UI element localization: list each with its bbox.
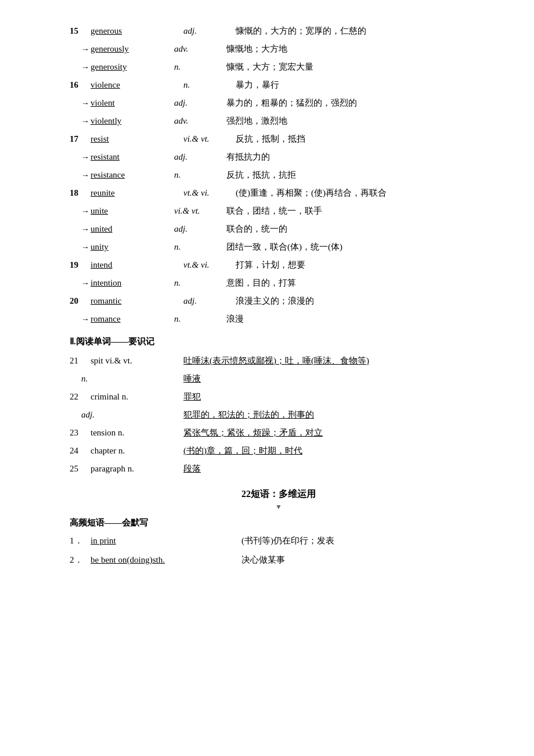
deriv-arrow: →: [81, 168, 91, 182]
entry-17: 17 resist vi.& vt. 反抗，抵制，抵挡 → resistant …: [70, 131, 488, 183]
reading-23-word: tension n.: [91, 425, 183, 441]
reading-22-sub-def: 犯罪的，犯法的；刑法的，刑事的: [183, 407, 488, 423]
phrase-2-num: 2．: [70, 552, 91, 568]
reading-22-word: criminal n.: [91, 389, 183, 405]
reading-23-def: 紧张气氛；紧张，烦躁；矛盾，对立: [183, 425, 488, 441]
phrase-2-def: 决心做某事: [241, 552, 488, 568]
entry-20-def: 浪漫主义的；浪漫的: [236, 293, 488, 309]
reading-25-num: 25: [70, 461, 91, 477]
reading-22: 22 criminal n. 罪犯 adj. 犯罪的，犯法的；刑法的，刑事的: [70, 389, 488, 423]
entry-20-word: romantic: [91, 293, 183, 309]
entry-20-deriv-0-def: 浪漫: [226, 311, 488, 327]
entry-17-deriv-0-pos: adj.: [174, 149, 226, 165]
entry-16: 16 violence n. 暴力，暴行 → violent adj. 暴力的，…: [70, 77, 488, 129]
entry-16-deriv-0-word: violent: [91, 95, 174, 111]
entry-18: 18 reunite vt.& vi. (使)重逢，再相聚；(使)再结合，再联合…: [70, 185, 488, 255]
deriv-arrow: →: [81, 240, 91, 254]
entry-20-deriv-0-pos: n.: [174, 311, 226, 327]
entry-15-pos: adj.: [183, 23, 236, 39]
section2-header: Ⅱ.阅读单词——要识记: [70, 336, 488, 347]
reading-21-num: 21: [70, 353, 91, 369]
entry-20-num: 20: [70, 293, 91, 309]
entry-20-pos: adj.: [183, 293, 236, 309]
entry-18-pos: vt.& vi.: [183, 185, 236, 201]
entry-19-word: intend: [91, 257, 183, 273]
entry-18-def: (使)重逢，再相聚；(使)再结合，再联合: [236, 185, 488, 201]
entry-16-deriv-1-pos: adv.: [174, 113, 226, 129]
entry-19-def: 打算，计划，想要: [236, 257, 488, 273]
deriv-arrow: →: [81, 114, 91, 128]
phrase-1-def: (书刊等)仍在印行；发表: [241, 533, 488, 549]
entry-19-deriv-0-pos: n.: [174, 275, 226, 291]
entry-15-deriv-1-def: 慷慨，大方；宽宏大量: [226, 59, 488, 75]
entry-18-num: 18: [70, 185, 91, 201]
entry-16-deriv-1-word: violently: [91, 113, 174, 129]
entry-15-def: 慷慨的，大方的；宽厚的，仁慈的: [236, 23, 488, 39]
entry-16-deriv-0-pos: adj.: [174, 95, 226, 111]
reading-25-def: 段落: [183, 461, 488, 477]
reading-24-word: chapter n.: [91, 443, 183, 459]
entry-15: 15 generous adj. 慷慨的，大方的；宽厚的，仁慈的 → gener…: [70, 23, 488, 75]
section3-title-text: 22短语：多维运用: [241, 489, 316, 499]
reading-22-def: 罪犯: [183, 389, 488, 405]
section3-label: 2短语: [246, 489, 269, 499]
reading-21: 21 spit vi.& vt. 吐唾沫(表示愤怒或鄙视)；吐，唾(唾沫、食物等…: [70, 353, 488, 387]
entry-18-deriv-1-word: united: [91, 221, 174, 237]
section3-title: 22短语：多维运用: [70, 488, 488, 501]
deriv-arrow: →: [81, 312, 91, 326]
vocab-section: 15 generous adj. 慷慨的，大方的；宽厚的，仁慈的 → gener…: [70, 23, 488, 327]
entry-16-num: 16: [70, 77, 91, 93]
reading-21-word: spit vi.& vt.: [91, 353, 183, 369]
entry-15-num: 15: [70, 23, 91, 39]
phrase-2-text: be bent on(doing)sth.: [91, 552, 241, 568]
entry-19-deriv-0-word: intention: [91, 275, 174, 291]
section3-num: 2: [241, 489, 246, 499]
entry-16-word: violence: [91, 77, 183, 93]
entry-20: 20 romantic adj. 浪漫主义的；浪漫的 → romance n. …: [70, 293, 488, 327]
high-freq-header: 高频短语——会默写: [70, 517, 488, 528]
entry-18-deriv-0-def: 联合，团结，统一，联手: [226, 203, 488, 219]
phrase-1: 1． in print (书刊等)仍在印行；发表: [70, 533, 488, 549]
reading-25-word: paragraph n.: [91, 461, 183, 477]
entry-17-deriv-0-word: resistant: [91, 149, 174, 165]
entry-16-pos: n.: [183, 77, 236, 93]
entry-19-deriv-0-def: 意图，目的，打算: [226, 275, 488, 291]
section3-subtitle-text: 多维运用: [279, 489, 316, 499]
entry-16-def: 暴力，暴行: [236, 77, 488, 93]
deriv-arrow: →: [81, 42, 91, 56]
entry-18-deriv-1-def: 联合的，统一的: [226, 221, 488, 237]
reading-24: 24 chapter n. (书的)章，篇，回；时期，时代: [70, 443, 488, 459]
entry-18-deriv-0-word: unite: [91, 203, 174, 219]
deriv-arrow: →: [81, 96, 91, 110]
entry-16-deriv-0-def: 暴力的，粗暴的；猛烈的，强烈的: [226, 95, 488, 111]
entry-15-deriv-0-word: generously: [91, 41, 174, 57]
entry-20-deriv-0-word: romance: [91, 311, 174, 327]
entry-16-deriv-1-def: 强烈地，激烈地: [226, 113, 488, 129]
entry-18-word: reunite: [91, 185, 183, 201]
entry-17-deriv-1-def: 反抗，抵抗，抗拒: [226, 167, 488, 183]
entry-17-def: 反抗，抵制，抵挡: [236, 131, 488, 147]
phrase-2: 2． be bent on(doing)sth. 决心做某事: [70, 552, 488, 568]
deriv-arrow: →: [81, 222, 91, 236]
reading-21-sub-def: 唾液: [183, 371, 488, 387]
deriv-arrow: →: [81, 60, 91, 74]
reading-section: 21 spit vi.& vt. 吐唾沫(表示愤怒或鄙视)；吐，唾(唾沫、食物等…: [70, 353, 488, 477]
entry-17-word: resist: [91, 131, 183, 147]
entry-17-pos: vi.& vt.: [183, 131, 236, 147]
deriv-arrow: →: [81, 204, 91, 218]
reading-24-num: 24: [70, 443, 91, 459]
entry-17-deriv-1-pos: n.: [174, 167, 226, 183]
reading-24-def: (书的)章，篇，回；时期，时代: [183, 443, 488, 459]
section3: 22短语：多维运用 ▼: [70, 488, 488, 512]
entry-18-deriv-2-def: 团结一致，联合(体)，统一(体): [226, 239, 488, 255]
entry-15-deriv-1-pos: n.: [174, 59, 226, 75]
phrases-section: 1． in print (书刊等)仍在印行；发表 2． be bent on(d…: [70, 533, 488, 568]
reading-25: 25 paragraph n. 段落: [70, 461, 488, 477]
reading-23: 23 tension n. 紧张气氛；紧张，烦躁；矛盾，对立: [70, 425, 488, 441]
entry-17-num: 17: [70, 131, 91, 147]
reading-21-def: 吐唾沫(表示愤怒或鄙视)；吐，唾(唾沫、食物等): [183, 353, 488, 369]
deriv-arrow: →: [81, 276, 91, 290]
entry-15-deriv-0-pos: adv.: [174, 41, 226, 57]
phrase-1-text: in print: [91, 533, 241, 549]
deriv-arrow: →: [81, 150, 91, 164]
